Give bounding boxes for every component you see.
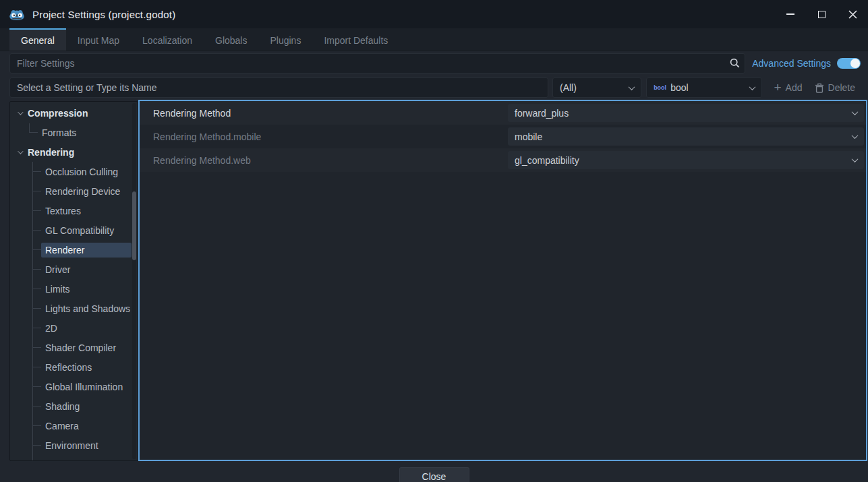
- tree-item-occlusion-culling[interactable]: Occlusion Culling: [33, 162, 138, 181]
- filter-settings-field-wrap: [9, 53, 745, 73]
- tree-guide: [33, 445, 41, 446]
- tree-item-renderer[interactable]: Renderer: [33, 240, 138, 260]
- chevron-down-icon: [852, 109, 859, 115]
- maximize-button[interactable]: [806, 0, 837, 28]
- setting-label: Rendering Method.web: [153, 155, 508, 166]
- category-filter-dropdown[interactable]: (All): [552, 78, 641, 98]
- setting-name-field-wrap: [9, 78, 548, 98]
- window-title: Project Settings (project.godot): [32, 9, 175, 20]
- tab-bar: General Input Map Localization Globals P…: [0, 28, 868, 51]
- tree-item-2d[interactable]: 2D: [33, 318, 138, 338]
- rendering-children: Occlusion Culling Rendering Device Textu…: [32, 162, 138, 461]
- settings-panel: Rendering Method forward_plus Rendering …: [138, 100, 867, 461]
- tree-section-rendering[interactable]: Rendering: [14, 142, 138, 162]
- close-icon: [848, 10, 857, 19]
- close-window-button[interactable]: [837, 0, 868, 28]
- trash-icon: [815, 83, 824, 93]
- category-filter-value: (All): [560, 82, 629, 93]
- dropdown-value: mobile: [515, 131, 852, 142]
- tree-guide: [33, 171, 41, 172]
- tree-guide: [33, 347, 41, 348]
- tree-item-global-illumination[interactable]: Global Illumination: [33, 377, 138, 396]
- add-button-label: Add: [786, 82, 803, 93]
- tree-item-partial[interactable]: [33, 455, 138, 461]
- setting-name-input[interactable]: [9, 78, 548, 98]
- tree-section-label: Compression: [28, 108, 88, 119]
- dialog-footer: Close: [0, 461, 868, 482]
- tree-section-compression[interactable]: Compression: [14, 103, 138, 123]
- plus-icon: +: [774, 81, 782, 94]
- chevron-down-icon: [18, 109, 23, 115]
- tab-general[interactable]: General: [9, 28, 66, 51]
- tab-input-map[interactable]: Input Map: [66, 28, 131, 51]
- type-filter-dropdown[interactable]: bool bool: [646, 78, 761, 98]
- tree-guide: [33, 230, 41, 231]
- tree-item-lights-and-shadows[interactable]: Lights and Shadows: [33, 299, 138, 318]
- close-button-label: Close: [422, 471, 446, 482]
- chevron-down-icon: [749, 84, 755, 90]
- tree-guide: [33, 367, 41, 367]
- search-icon: [730, 58, 740, 68]
- dropdown-value: forward_plus: [515, 108, 852, 119]
- minimize-icon: [786, 13, 794, 15]
- tree-guide: [33, 406, 41, 406]
- tree-item-camera[interactable]: Camera: [33, 416, 138, 435]
- tree-item-shading[interactable]: Shading: [33, 396, 138, 416]
- close-button[interactable]: Close: [399, 467, 469, 482]
- setting-label: Rendering Method: [153, 108, 508, 119]
- tree-item-textures[interactable]: Textures: [33, 201, 138, 220]
- tree-item-gl-compatibility[interactable]: GL Compatibility: [33, 220, 138, 240]
- tab-plugins[interactable]: Plugins: [258, 28, 312, 51]
- compression-children: Formats: [32, 123, 138, 142]
- tree-guide: [29, 123, 38, 133]
- chevron-down-icon: [629, 84, 635, 90]
- settings-category-tree: Compression Formats Rendering Occlusion …: [9, 101, 138, 461]
- tab-localization[interactable]: Localization: [131, 28, 204, 51]
- tree-guide: [33, 386, 41, 387]
- delete-button[interactable]: Delete: [809, 78, 861, 98]
- tree-item-driver[interactable]: Driver: [33, 260, 138, 279]
- tree-item-shader-compiler[interactable]: Shader Compiler: [33, 338, 138, 357]
- filter-settings-input[interactable]: [9, 53, 745, 73]
- tree-item-formats[interactable]: Formats: [32, 123, 138, 142]
- tree-item-environment[interactable]: Environment: [33, 435, 138, 455]
- delete-button-label: Delete: [828, 82, 855, 93]
- maximize-icon: [818, 11, 826, 18]
- rendering-method-dropdown[interactable]: forward_plus: [508, 104, 864, 122]
- rendering-method-mobile-dropdown[interactable]: mobile: [508, 127, 864, 146]
- tree-guide: [33, 249, 41, 250]
- add-button[interactable]: + Add: [768, 78, 809, 98]
- tree-guide: [33, 308, 41, 309]
- tree-guide: [33, 425, 41, 426]
- advanced-settings-control: Advanced Settings: [752, 58, 861, 69]
- chevron-down-icon: [18, 148, 23, 154]
- sidebar-scrollbar-thumb[interactable]: [132, 191, 136, 260]
- tree-item-limits[interactable]: Limits: [33, 279, 138, 299]
- dropdown-value: gl_compatibility: [515, 155, 852, 166]
- godot-logo-icon: [9, 7, 25, 21]
- toggle-knob: [850, 59, 860, 68]
- bool-type-icon: bool: [654, 84, 666, 91]
- setting-row-rendering-method-web: Rendering Method.web gl_compatibility: [140, 148, 866, 172]
- minimize-button[interactable]: [775, 0, 806, 28]
- rendering-method-web-dropdown[interactable]: gl_compatibility: [508, 151, 864, 169]
- window-controls: [775, 0, 868, 28]
- filter-row: Advanced Settings: [9, 52, 861, 75]
- advanced-settings-toggle[interactable]: [837, 58, 861, 69]
- tree-item-reflections[interactable]: Reflections: [33, 357, 138, 377]
- type-filter-value: bool: [670, 82, 749, 93]
- tab-import-defaults[interactable]: Import Defaults: [312, 28, 399, 51]
- tree-item-rendering-device[interactable]: Rendering Device: [33, 181, 138, 201]
- advanced-settings-label: Advanced Settings: [752, 58, 831, 69]
- tree-guide: [33, 289, 41, 289]
- chevron-down-icon: [852, 132, 859, 139]
- tab-globals[interactable]: Globals: [204, 28, 258, 51]
- add-setting-toolbar: (All) bool bool + Add Delete: [9, 76, 861, 99]
- tree-section-label: Rendering: [28, 147, 74, 158]
- chevron-down-icon: [852, 156, 859, 162]
- sidebar-scrollbar-track[interactable]: [132, 103, 136, 459]
- tree-guide: [33, 269, 41, 270]
- tree-guide: [33, 191, 41, 191]
- titlebar: Project Settings (project.godot): [0, 0, 868, 28]
- setting-row-rendering-method: Rendering Method forward_plus: [140, 101, 866, 125]
